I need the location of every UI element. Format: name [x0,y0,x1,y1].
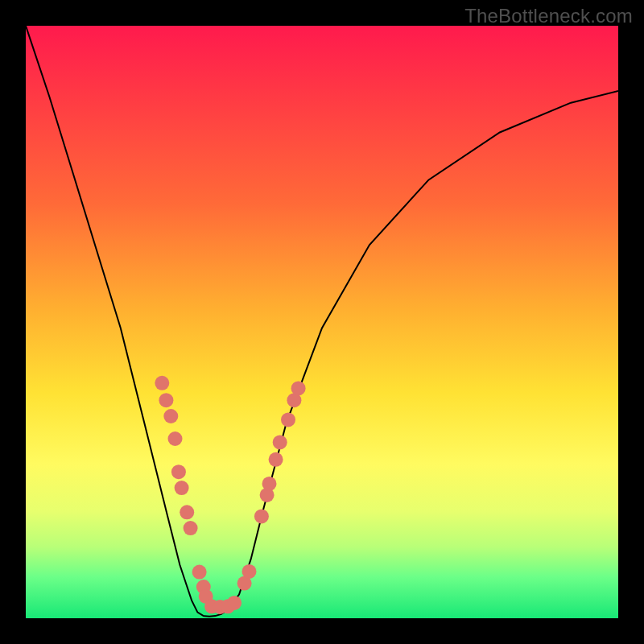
markers-group [155,376,305,614]
data-marker [273,435,287,449]
data-marker [180,505,194,519]
data-marker [291,381,306,395]
data-marker [287,393,301,407]
data-marker [192,565,207,580]
data-marker [171,464,186,479]
data-marker [196,580,211,594]
bottleneck-curve [26,26,618,617]
data-marker [204,599,219,613]
chart-svg [26,26,618,618]
data-marker [227,596,242,610]
data-marker [221,599,235,613]
data-marker [159,393,173,407]
data-marker [175,481,189,495]
data-marker [184,521,198,535]
data-marker [213,600,227,614]
data-marker [262,477,277,491]
data-marker [260,488,275,502]
data-marker [199,589,213,604]
attribution-text: TheBottleneck.com [464,5,633,27]
data-marker [254,509,269,523]
data-marker [163,409,178,423]
data-marker [281,412,295,427]
data-marker [168,431,183,446]
data-marker [269,452,283,467]
chart-frame: TheBottleneck.com [0,0,644,644]
data-marker [242,564,257,579]
data-marker [237,576,252,591]
data-marker [155,376,169,390]
plot-area [26,26,618,618]
